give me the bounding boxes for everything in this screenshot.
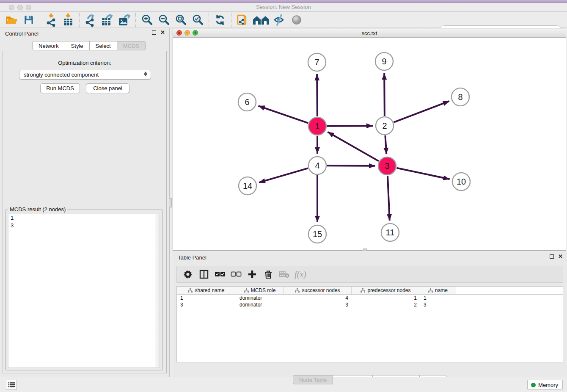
cell-successor-nodes: 4 (284, 295, 352, 301)
result-item[interactable]: 1 (8, 214, 160, 222)
node-label: 3 (385, 161, 389, 171)
main-toolbar (0, 12, 567, 28)
edge-1-7[interactable] (317, 74, 317, 116)
cell-name: 1 (420, 295, 456, 301)
table-header-row: shared nameMCDS rolesuccessor nodesprede… (177, 287, 563, 295)
table-panel-title: Table Panel (178, 254, 206, 261)
graph-node-14[interactable]: 14 (239, 177, 256, 195)
export-network-icon[interactable] (82, 13, 99, 27)
function-builder-icon[interactable]: f(x) (294, 268, 307, 281)
tab-select[interactable]: Select (89, 41, 117, 50)
delete-column-icon[interactable] (261, 268, 275, 281)
graph-node-6[interactable]: 6 (238, 93, 256, 111)
graph-node-7[interactable]: 7 (308, 53, 326, 71)
edge-1-6[interactable] (258, 106, 308, 123)
float-table-panel-icon[interactable] (550, 254, 554, 259)
add-column-icon[interactable] (245, 268, 259, 281)
graph-node-8[interactable]: 8 (451, 88, 469, 106)
panel-splitter-handle[interactable] (169, 198, 172, 207)
zoom-out-icon[interactable] (155, 13, 172, 27)
import-network-icon[interactable] (43, 13, 60, 27)
edge-4-3[interactable] (327, 166, 375, 166)
settings-icon[interactable] (181, 268, 195, 281)
close-table-panel-icon[interactable]: ✕ (558, 254, 563, 259)
control-panel-tabs: NetworkStyleSelectMCDS (32, 41, 146, 50)
node-label: 11 (386, 228, 395, 237)
zoom-fit-icon[interactable] (172, 13, 189, 27)
graph-node-2[interactable]: 2 (376, 117, 394, 135)
table-row[interactable]: 1dominator411 (177, 295, 563, 301)
control-panel-title: Control Panel (5, 30, 39, 37)
split-view-icon[interactable] (197, 268, 211, 281)
edge-3-1[interactable] (328, 132, 379, 161)
edge-2-3[interactable] (385, 135, 386, 154)
graph-node-3[interactable]: 3 (378, 157, 396, 175)
node-label: 15 (313, 229, 322, 239)
delete-table-icon[interactable] (278, 268, 291, 281)
save-session-icon[interactable] (20, 13, 37, 27)
network-view-frame: × − + scc.txt 7968124314101511 (173, 28, 566, 251)
float-panel-icon[interactable] (152, 30, 156, 35)
edge-2-8[interactable] (394, 101, 449, 122)
graph-node-15[interactable]: 15 (308, 225, 326, 243)
column-header-shared-name[interactable]: shared name (177, 287, 236, 294)
table-row[interactable]: 3dominator323 (177, 301, 563, 308)
edge-3-10[interactable] (397, 168, 450, 179)
open-session-icon[interactable] (3, 13, 20, 27)
mcds-result-list[interactable]: 13 (8, 214, 160, 368)
network-frame-titlebar[interactable]: × − + scc.txt (173, 28, 566, 38)
column-header-successor-nodes[interactable]: successor nodes (284, 287, 352, 294)
refresh-view-icon[interactable] (212, 13, 228, 27)
node-label: 6 (245, 97, 249, 107)
network-splitter-handle[interactable] (363, 248, 367, 251)
node-table[interactable]: shared nameMCDS rolesuccessor nodesprede… (176, 286, 563, 362)
edge-4-14[interactable] (259, 168, 308, 182)
graph-node-9[interactable]: 9 (375, 52, 393, 70)
edge-1-2[interactable] (327, 126, 373, 126)
cell-successor-nodes: 3 (284, 301, 352, 308)
graph-node-4[interactable]: 4 (308, 157, 326, 174)
hide-graphics-icon[interactable] (271, 13, 288, 27)
edge-3-11[interactable] (388, 176, 390, 221)
column-header-MCDS-role[interactable]: MCDS role (236, 287, 284, 294)
import-table-icon[interactable] (60, 13, 77, 27)
column-header-predecessor-nodes[interactable]: predecessor nodes (352, 287, 420, 294)
node-label: 4 (315, 161, 319, 170)
task-history-button[interactable] (6, 380, 17, 390)
node-label: 8 (458, 92, 462, 102)
select-all-icon[interactable] (213, 268, 227, 281)
graph-node-10[interactable]: 10 (452, 173, 470, 190)
criterion-dropdown[interactable]: strongly connected component (19, 70, 151, 80)
zoom-in-icon[interactable] (138, 13, 155, 27)
reset-layout-icon[interactable] (251, 13, 271, 27)
run-mcds-button[interactable]: Run MCDS (40, 83, 80, 93)
cell-shared-name: 3 (177, 301, 236, 308)
deselect-all-icon[interactable] (229, 268, 243, 281)
column-header-name[interactable]: name (420, 287, 456, 294)
zoom-selected-icon[interactable] (189, 13, 206, 27)
cell-predecessor-nodes: 2 (352, 301, 420, 308)
node-label: 14 (243, 181, 252, 190)
memory-button[interactable]: Memory (527, 380, 563, 390)
dropdown-stepper-icon (144, 72, 148, 76)
tab-mcds[interactable]: MCDS (117, 41, 146, 50)
result-scrollbar[interactable] (155, 214, 160, 367)
network-canvas[interactable]: 7968124314101511 (173, 38, 566, 250)
tab-node-table[interactable]: Node Table (293, 375, 333, 384)
clone-network-icon[interactable] (234, 13, 251, 27)
cell-MCDS-role: dominator (236, 295, 284, 301)
mcds-tab-content: Optimization criterion: strongly connect… (3, 51, 167, 373)
export-image-icon[interactable] (116, 13, 133, 27)
tab-network[interactable]: Network (32, 41, 65, 50)
export-table-icon[interactable] (99, 13, 116, 27)
level-of-detail-icon[interactable] (288, 13, 305, 27)
result-item[interactable]: 3 (8, 222, 160, 229)
criterion-value: strongly connected component (24, 72, 99, 78)
graph-node-1[interactable]: 1 (308, 117, 326, 135)
graph-node-11[interactable]: 11 (381, 224, 399, 241)
tab-style[interactable]: Style (65, 41, 90, 50)
edge-2-9[interactable] (384, 73, 385, 116)
control-panel: Control Panel ✕ NetworkStyleSelectMCDS O… (0, 28, 170, 377)
close-panel-button[interactable]: Close panel (86, 83, 129, 93)
close-panel-icon[interactable]: ✕ (160, 30, 165, 35)
